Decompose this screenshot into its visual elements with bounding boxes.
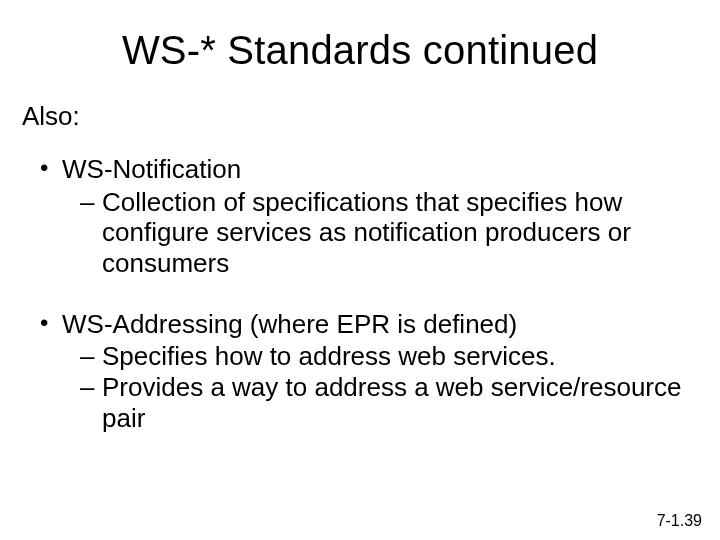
- list-item: Specifies how to address web services.: [80, 341, 698, 372]
- list-item: WS-Addressing (where EPR is defined) Spe…: [40, 309, 698, 434]
- sub-bullet-text: Specifies how to address web services.: [102, 341, 556, 371]
- list-item: WS-Notification Collection of specificat…: [40, 154, 698, 279]
- sub-bullet-text: Collection of specifications that specif…: [102, 187, 631, 278]
- bullet-label: WS-Notification: [62, 154, 241, 184]
- slide-title: WS-* Standards continued: [22, 28, 698, 73]
- list-item: Collection of specifications that specif…: [80, 187, 698, 279]
- intro-label: Also:: [22, 101, 698, 132]
- sub-bullet-text: Provides a way to address a web service/…: [102, 372, 682, 433]
- slide: WS-* Standards continued Also: WS-Notifi…: [0, 0, 720, 540]
- sub-list: Specifies how to address web services. P…: [62, 341, 698, 433]
- bullet-label: WS-Addressing (where EPR is defined): [62, 309, 517, 339]
- slide-number: 7-1.39: [657, 512, 702, 530]
- bullet-list: WS-Notification Collection of specificat…: [22, 154, 698, 433]
- list-item: Provides a way to address a web service/…: [80, 372, 698, 433]
- sub-list: Collection of specifications that specif…: [62, 187, 698, 279]
